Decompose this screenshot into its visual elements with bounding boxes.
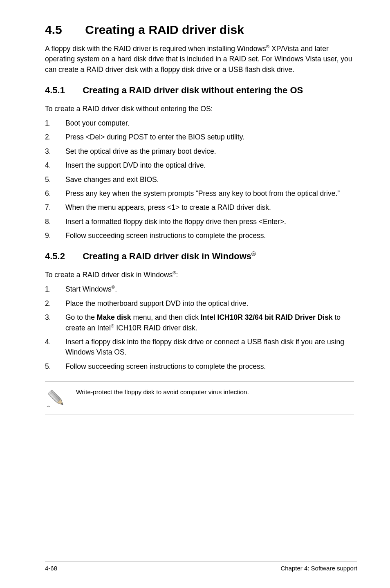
sec2-intro-a: To create a RAID driver disk in Windows [45, 271, 173, 279]
step-text: Press <Del> during POST to enter the BIO… [65, 132, 357, 142]
list-item: 3.Set the optical drive as the primary b… [45, 146, 357, 157]
footer-page-number: 4-68 [45, 565, 57, 572]
registered-symbol: ® [266, 44, 269, 49]
section-heading-4-5-2: 4.5.2 Creating a RAID driver disk in Win… [45, 251, 357, 263]
step-number: 1. [45, 118, 56, 128]
document-page: 4.5 Creating a RAID driver disk A floppy… [0, 0, 390, 588]
step-number: 7. [45, 202, 56, 213]
step-text: Insert the support DVD into the optical … [65, 160, 357, 171]
registered-symbol: ® [112, 285, 115, 290]
step-text: Start Windows®. [65, 284, 357, 294]
heading-title: Creating a RAID driver disk [85, 23, 244, 36]
heading-number: 4.5 [45, 22, 82, 37]
step-number: 4. [45, 160, 56, 171]
step-text: Follow succeeding screen instructions to… [65, 361, 357, 372]
registered-symbol: ® [173, 270, 176, 275]
step-text: Follow succeeding screen instructions to… [65, 231, 357, 241]
list-item: 8.Insert a formatted floppy disk into th… [45, 217, 357, 227]
sec1-intro-text: To create a RAID driver disk without ent… [45, 104, 357, 114]
subheading-number: 4.5.2 [45, 251, 80, 263]
step-number: 4. [45, 337, 56, 358]
step-text: Boot your computer. [65, 118, 357, 128]
list-item: 6.Press any key when the system prompts … [45, 189, 357, 199]
step-text: Set the optical drive as the primary boo… [65, 146, 357, 157]
subheading-number: 4.5.1 [45, 85, 80, 97]
step3-bold-2: Intel ICH10R 32/64 bit RAID Driver Disk [201, 313, 333, 321]
note-callout: Write-protect the floppy disk to avoid c… [45, 382, 354, 415]
step-number: 2. [45, 132, 56, 142]
list-item: 5. Follow succeeding screen instructions… [45, 361, 357, 372]
step3-c: menu, and then click [131, 313, 201, 321]
step-text: Place the motherboard support DVD into t… [65, 298, 357, 309]
step3-bold-1: Make disk [97, 313, 131, 321]
list-item: 3. Go to the Make disk menu, and then cl… [45, 312, 357, 333]
step-text: When the menu appears, press <1> to crea… [65, 202, 357, 213]
pencil-icon [45, 387, 68, 410]
intro-paragraph: A floppy disk with the RAID driver is re… [45, 44, 357, 75]
list-item: 7.When the menu appears, press <1> to cr… [45, 202, 357, 213]
step-number: 5. [45, 361, 56, 372]
step1-b: . [115, 285, 117, 293]
intro-text-a: A floppy disk with the RAID driver is re… [45, 45, 266, 53]
step-number: 1. [45, 284, 56, 294]
list-item: 4.Insert the support DVD into the optica… [45, 160, 357, 171]
subheading-title-a: Creating a RAID driver disk in Windows [83, 251, 251, 261]
sec2-intro-b: : [176, 271, 178, 279]
list-item: 5.Save changes and exit BIOS. [45, 175, 357, 185]
step-number: 5. [45, 175, 56, 185]
list-item: 1. Start Windows®. [45, 284, 357, 294]
step-text: Insert a floppy disk into the floppy dis… [65, 337, 357, 358]
step-number: 3. [45, 146, 56, 157]
note-text: Write-protect the floppy disk to avoid c… [76, 387, 354, 397]
step-number: 6. [45, 189, 56, 199]
step3-a: Go to the [65, 313, 97, 321]
step-text: Go to the Make disk menu, and then click… [65, 312, 357, 333]
step-number: 8. [45, 217, 56, 227]
step1-a: Start Windows [65, 285, 112, 293]
footer-chapter-label: Chapter 4: Software support [280, 565, 357, 572]
sec2-intro-text: To create a RAID driver disk in Windows®… [45, 270, 357, 280]
step-number: 2. [45, 298, 56, 309]
list-item: 1.Boot your computer. [45, 118, 357, 128]
section-heading-4-5: 4.5 Creating a RAID driver disk [45, 22, 357, 37]
sec2-steps-list: 1. Start Windows®. 2. Place the motherbo… [45, 284, 357, 372]
step-number: 3. [45, 312, 56, 333]
subheading-title: Creating a RAID driver disk without ente… [83, 85, 303, 95]
registered-symbol: ® [251, 251, 256, 257]
list-item: 9.Follow succeeding screen instructions … [45, 231, 357, 241]
list-item: 2.Press <Del> during POST to enter the B… [45, 132, 357, 142]
list-item: 2. Place the motherboard support DVD int… [45, 298, 357, 309]
step-text: Press any key when the system prompts “P… [65, 189, 357, 199]
step-text: Insert a formatted floppy disk into the … [65, 217, 357, 227]
step3-e: ICH10R RAID driver disk. [114, 324, 197, 332]
sec1-steps-list: 1.Boot your computer. 2.Press <Del> duri… [45, 118, 357, 241]
section-heading-4-5-1: 4.5.1 Creating a RAID driver disk withou… [45, 85, 357, 97]
page-footer: 4-68 Chapter 4: Software support [45, 561, 357, 572]
step-text: Save changes and exit BIOS. [65, 175, 357, 185]
list-item: 4. Insert a floppy disk into the floppy … [45, 337, 357, 358]
step-number: 9. [45, 231, 56, 241]
